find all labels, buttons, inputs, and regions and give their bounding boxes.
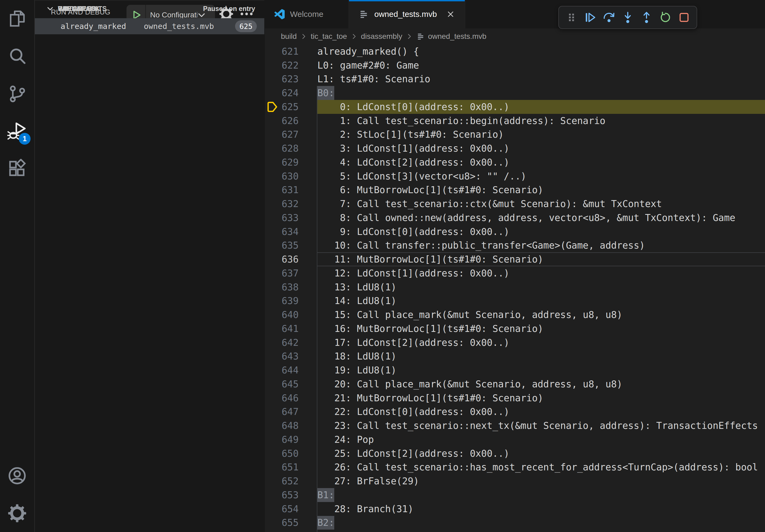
breadcrumb-file[interactable]: owned_tests.mvb <box>416 32 486 41</box>
breadcrumb-item[interactable]: disassembly <box>361 32 402 41</box>
line-content[interactable]: 6: MutBorrowLoc[1](ts#1#0: Scenario) <box>318 183 765 197</box>
code-line[interactable]: 622L0: game#2#0: Game <box>265 58 765 72</box>
code-line[interactable]: 655B2: <box>265 516 765 530</box>
code-line[interactable]: 649 24: Pop <box>265 432 765 446</box>
restart-button[interactable] <box>656 8 675 27</box>
code-line[interactable]: 628 3: LdConst[1](address: 0x00..) <box>265 141 765 155</box>
line-gutter[interactable]: 654 <box>265 502 318 516</box>
breakpoints-header[interactable]: BREAKPOINTS <box>35 1 264 17</box>
code-line[interactable]: 648 23: Call test_scenario::next_tx(&mut… <box>265 419 765 432</box>
line-content[interactable]: 2: StLoc[1](ts#1#0: Scenario) <box>318 128 765 142</box>
line-content[interactable]: 7: Call test_scenario::ctx(&mut Scenario… <box>318 197 765 211</box>
tab-owned-tests-mvb[interactable]: owned_tests.mvb <box>349 0 465 28</box>
code-line[interactable]: 637 12: LdConst[1](address: 0x00..) <box>265 266 765 280</box>
activity-item-run-and-debug[interactable]: 1 <box>0 113 34 150</box>
line-gutter[interactable]: 643 <box>265 350 318 364</box>
line-gutter[interactable]: 640 <box>265 308 318 322</box>
line-content[interactable]: 25: LdConst[2](address: 0x00..) <box>318 446 765 460</box>
code-line[interactable]: 640 15: Call place_mark(&mut Scenario, a… <box>265 308 765 322</box>
line-gutter[interactable]: 631 <box>265 183 318 197</box>
code-line[interactable]: 627 2: StLoc[1](ts#1#0: Scenario) <box>265 128 765 142</box>
line-gutter[interactable]: 639 <box>265 294 318 308</box>
code-line[interactable]: 653B1: <box>265 488 765 502</box>
code-line[interactable]: 624B0: <box>265 86 765 100</box>
line-content[interactable]: 21: MutBorrowLoc[1](ts#1#0: Scenario) <box>318 391 765 405</box>
line-content[interactable]: 22: LdConst[0](address: 0x00..) <box>318 405 765 419</box>
line-content[interactable]: 0: LdConst[0](address: 0x00..) <box>318 100 765 114</box>
code-line[interactable]: 625 0: LdConst[0](address: 0x00..) <box>265 100 765 114</box>
code-line[interactable]: 652 27: BrFalse(29) <box>265 474 765 488</box>
line-gutter[interactable]: 626 <box>265 114 318 128</box>
code-line[interactable]: 632 7: Call test_scenario::ctx(&mut Scen… <box>265 197 765 211</box>
code-line[interactable]: 638 13: LdU8(1) <box>265 280 765 294</box>
line-content[interactable]: L0: game#2#0: Game <box>318 58 765 72</box>
step-over-button[interactable] <box>600 8 618 27</box>
line-gutter[interactable]: 652 <box>265 474 318 488</box>
line-gutter[interactable]: 644 <box>265 363 318 377</box>
line-gutter[interactable]: 646 <box>265 391 318 405</box>
line-content[interactable]: 5: LdConst[3](vector<u8>: "" /..) <box>318 169 765 183</box>
code-editor[interactable]: 621already_marked() {622L0: game#2#0: Ga… <box>265 45 765 532</box>
line-content[interactable]: 28: Branch(31) <box>318 502 765 516</box>
line-content[interactable]: 12: LdConst[1](address: 0x00..) <box>318 266 765 280</box>
line-gutter[interactable]: 650 <box>265 446 318 460</box>
code-line[interactable]: 641 16: MutBorrowLoc[1](ts#1#0: Scenario… <box>265 322 765 336</box>
code-line[interactable]: 651 26: Call test_scenario::has_most_rec… <box>265 460 765 474</box>
code-line[interactable]: 647 22: LdConst[0](address: 0x00..) <box>265 405 765 419</box>
code-line[interactable]: 643 18: LdU8(1) <box>265 350 765 364</box>
line-gutter[interactable]: 641 <box>265 322 318 336</box>
code-line[interactable]: 623L1: ts#1#0: Scenario <box>265 72 765 86</box>
line-content[interactable]: 26: Call test_scenario::has_most_recent_… <box>318 460 765 474</box>
line-content[interactable]: 24: Pop <box>318 432 765 446</box>
line-gutter[interactable]: 647 <box>265 405 318 419</box>
line-gutter[interactable]: 645 <box>265 377 318 391</box>
line-gutter[interactable]: 624 <box>265 86 318 100</box>
code-line[interactable]: 654 28: Branch(31) <box>265 502 765 516</box>
line-gutter[interactable]: 627 <box>265 128 318 142</box>
line-content[interactable]: L1: ts#1#0: Scenario <box>318 72 765 86</box>
continue-button[interactable] <box>581 8 600 27</box>
line-gutter[interactable]: 622 <box>265 58 318 72</box>
line-gutter[interactable]: 635 <box>265 239 318 253</box>
line-gutter[interactable]: 634 <box>265 225 318 239</box>
line-content[interactable]: 23: Call test_scenario::next_tx(&mut Sce… <box>318 419 765 432</box>
line-content[interactable]: 27: BrFalse(29) <box>318 474 765 488</box>
code-line[interactable]: 631 6: MutBorrowLoc[1](ts#1#0: Scenario) <box>265 183 765 197</box>
code-line[interactable]: 621already_marked() { <box>265 45 765 58</box>
code-line[interactable]: 626 1: Call test_scenario::begin(address… <box>265 114 765 128</box>
line-gutter[interactable]: 632 <box>265 197 318 211</box>
line-content[interactable]: 15: Call place_mark(&mut Scenario, addre… <box>318 308 765 322</box>
line-gutter[interactable]: 625 <box>265 100 318 114</box>
activity-item-search[interactable] <box>0 38 34 75</box>
line-content[interactable]: B2: <box>318 516 765 530</box>
line-content[interactable]: 10: Call transfer::public_transfer<Game>… <box>318 239 765 253</box>
line-gutter[interactable]: 629 <box>265 155 318 169</box>
line-gutter[interactable]: 638 <box>265 280 318 294</box>
line-content[interactable]: 3: LdConst[1](address: 0x00..) <box>318 141 765 155</box>
code-line[interactable]: 642 17: LdConst[2](address: 0x00..) <box>265 336 765 350</box>
step-into-button[interactable] <box>618 8 637 27</box>
activity-item-source-control[interactable] <box>0 75 34 113</box>
code-line[interactable]: 630 5: LdConst[3](vector<u8>: "" /..) <box>265 169 765 183</box>
line-content[interactable]: 18: LdU8(1) <box>318 350 765 364</box>
line-gutter[interactable]: 648 <box>265 419 318 432</box>
code-line[interactable]: 644 19: LdU8(1) <box>265 363 765 377</box>
line-content[interactable]: 17: LdConst[2](address: 0x00..) <box>318 336 765 350</box>
line-content[interactable]: B0: <box>318 86 765 100</box>
code-line[interactable]: 634 9: LdConst[0](address: 0x00..) <box>265 225 765 239</box>
line-content[interactable]: 13: LdU8(1) <box>318 280 765 294</box>
line-gutter[interactable]: 651 <box>265 460 318 474</box>
code-line[interactable]: 639 14: LdU8(1) <box>265 294 765 308</box>
activity-item-settings[interactable] <box>0 494 34 532</box>
line-gutter[interactable]: 621 <box>265 45 318 58</box>
activity-item-extensions[interactable] <box>0 150 34 187</box>
line-content[interactable]: already_marked() { <box>318 45 765 58</box>
line-content[interactable]: B1: <box>318 488 765 502</box>
line-content[interactable]: 14: LdU8(1) <box>318 294 765 308</box>
drag-handle-button[interactable] <box>562 8 581 27</box>
line-gutter[interactable]: 623 <box>265 72 318 86</box>
line-gutter[interactable]: 637 <box>265 266 318 280</box>
line-content[interactable]: 20: Call place_mark(&mut Scenario, addre… <box>318 377 765 391</box>
stop-button[interactable] <box>675 8 693 27</box>
activity-item-accounts[interactable] <box>0 457 34 494</box>
